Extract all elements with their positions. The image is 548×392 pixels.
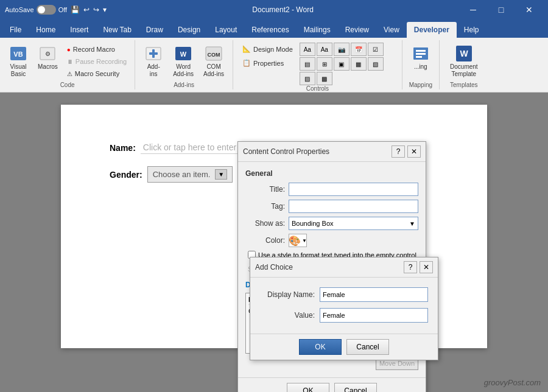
control-btn-1[interactable]: Aa bbox=[300, 43, 315, 56]
macro-security-button[interactable]: ⚠ Macro Security bbox=[64, 68, 130, 79]
redo-icon[interactable]: ↪ bbox=[93, 5, 99, 14]
control-btn-8[interactable]: ▣ bbox=[334, 57, 350, 71]
minimize-button[interactable]: ─ bbox=[459, 0, 487, 19]
ac-cancel-button[interactable]: Cancel bbox=[346, 339, 389, 355]
customize-icon[interactable]: ▾ bbox=[103, 5, 107, 14]
ribbon-content: VB VisualBasic ⚙ Macros ● Record Macro ⏸… bbox=[0, 38, 548, 93]
svg-text:VB: VB bbox=[13, 51, 23, 58]
controls-icons: Aa Aa 📷 📅 ☑ ▤ ⊞ ▣ ▦ ▧ ▨ ▩ bbox=[300, 41, 397, 85]
ccp-dialog-controls: ? ✕ bbox=[392, 145, 421, 158]
tab-developer[interactable]: Developer bbox=[407, 22, 457, 38]
tab-view[interactable]: View bbox=[376, 22, 407, 38]
com-addins-icon: COM bbox=[204, 44, 223, 63]
code-group-content: VB VisualBasic ⚙ Macros ● Record Macro ⏸… bbox=[5, 40, 130, 82]
ac-dialog-controls: ? ✕ bbox=[404, 261, 433, 273]
control-btn-10[interactable]: ▧ bbox=[368, 57, 384, 71]
mapping-icon bbox=[411, 44, 430, 63]
com-addins-label: COMAdd-ins bbox=[203, 63, 224, 78]
save-icon[interactable]: 💾 bbox=[71, 5, 80, 14]
title-field-input[interactable] bbox=[289, 183, 418, 196]
restore-button[interactable]: □ bbox=[487, 0, 515, 19]
ribbon-group-controls: 📐 Design Mode 📋 Properties Aa Aa 📷 📅 ☑ ▤… bbox=[233, 40, 402, 89]
tab-insert[interactable]: Insert bbox=[63, 22, 96, 38]
ac-dialog-title: Add Choice bbox=[255, 263, 293, 271]
svg-rect-13 bbox=[416, 53, 426, 55]
control-btn-12[interactable]: ▩ bbox=[317, 72, 332, 85]
addins-group-content: Add-ins W WordAdd-ins COM COMAdd-ins bbox=[140, 40, 228, 82]
pause-recording-button[interactable]: ⏸ Pause Recording bbox=[64, 56, 130, 67]
pause-recording-label: Pause Recording bbox=[76, 58, 127, 65]
display-name-input[interactable] bbox=[320, 287, 428, 302]
word-addins-icon: W bbox=[174, 44, 193, 63]
templates-content: W DocumentTemplate bbox=[446, 40, 482, 82]
properties-label: Properties bbox=[253, 60, 284, 67]
ac-ok-button[interactable]: OK bbox=[299, 339, 342, 355]
macros-button[interactable]: ⚙ Macros bbox=[34, 41, 61, 72]
com-addins-button[interactable]: COM COMAdd-ins bbox=[200, 41, 228, 80]
ccp-dialog-title: Content Control Properties bbox=[243, 147, 329, 156]
visual-basic-button[interactable]: VB VisualBasic bbox=[5, 41, 32, 80]
control-btn-6[interactable]: ▤ bbox=[300, 57, 315, 71]
tab-draw[interactable]: Draw bbox=[139, 22, 170, 38]
ac-dialog-body: Display Name: Value: bbox=[250, 278, 438, 334]
macros-icon: ⚙ bbox=[38, 44, 57, 63]
ribbon-group-code: VB VisualBasic ⚙ Macros ● Record Macro ⏸… bbox=[0, 40, 135, 89]
addins-button[interactable]: Add-ins bbox=[140, 41, 167, 80]
templates-group-label: Templates bbox=[450, 82, 478, 89]
ribbon-group-templates: W DocumentTemplate Templates bbox=[440, 40, 488, 89]
tag-row: Tag: bbox=[245, 200, 418, 213]
document-template-button[interactable]: W DocumentTemplate bbox=[446, 41, 482, 80]
tab-layout[interactable]: Layout bbox=[208, 22, 244, 38]
tab-mailings[interactable]: Mailings bbox=[297, 22, 338, 38]
name-label: Name: bbox=[110, 143, 136, 153]
tab-home[interactable]: Home bbox=[29, 22, 63, 38]
macros-label: Macros bbox=[38, 63, 58, 70]
tab-new-tab[interactable]: New Tab bbox=[96, 22, 138, 38]
control-btn-4[interactable]: 📅 bbox=[351, 43, 367, 56]
name-input-placeholder[interactable]: Click or tap here to enter t... bbox=[141, 141, 251, 154]
ccp-ok-button[interactable]: OK bbox=[287, 383, 329, 392]
tab-file[interactable]: File bbox=[2, 22, 29, 38]
word-addins-label: WordAdd-ins bbox=[173, 63, 194, 78]
ribbon-group-mapping: ...ing Mapping bbox=[402, 40, 440, 89]
controls-group-content: 📐 Design Mode 📋 Properties Aa Aa 📷 📅 ☑ ▤… bbox=[238, 40, 397, 85]
mapping-button[interactable]: ...ing bbox=[407, 41, 434, 73]
close-button[interactable]: ✕ bbox=[515, 0, 543, 19]
autosave-toggle[interactable] bbox=[37, 5, 56, 15]
control-btn-11[interactable]: ▨ bbox=[300, 72, 315, 85]
ccp-close-button[interactable]: ✕ bbox=[407, 145, 421, 158]
gender-dropdown[interactable]: Choose an item. ▼ bbox=[147, 166, 233, 183]
ccp-help-button[interactable]: ? bbox=[392, 145, 405, 158]
control-btn-2[interactable]: Aa bbox=[317, 43, 332, 56]
svg-rect-14 bbox=[416, 56, 422, 58]
tab-design[interactable]: Design bbox=[170, 22, 208, 38]
ac-close-button[interactable]: ✕ bbox=[420, 261, 433, 273]
undo-icon[interactable]: ↩ bbox=[83, 5, 90, 14]
document-template-icon: W bbox=[454, 44, 474, 63]
display-name-label: Display Name: bbox=[260, 290, 315, 299]
tab-review[interactable]: Review bbox=[338, 22, 376, 38]
properties-button[interactable]: 📋 Properties bbox=[238, 57, 297, 69]
tab-help[interactable]: Help bbox=[457, 22, 487, 38]
control-btn-9[interactable]: ▦ bbox=[351, 57, 367, 71]
show-as-select[interactable]: Bounding Box ▼ bbox=[289, 217, 418, 230]
word-addins-button[interactable]: W WordAdd-ins bbox=[169, 41, 197, 80]
ccp-cancel-button[interactable]: Cancel bbox=[334, 383, 377, 392]
add-choice-dialog: Add Choice ? ✕ Display Name: Value: OK C bbox=[250, 257, 438, 360]
color-picker-button[interactable]: 🎨 ▼ bbox=[289, 234, 307, 247]
tab-references[interactable]: References bbox=[244, 22, 296, 38]
control-btn-3[interactable]: 📷 bbox=[334, 43, 350, 56]
control-btn-5[interactable]: ☑ bbox=[368, 43, 384, 56]
svg-text:W: W bbox=[180, 51, 187, 58]
record-macro-button[interactable]: ● Record Macro bbox=[64, 44, 130, 55]
value-input[interactable] bbox=[320, 308, 428, 323]
ac-help-button[interactable]: ? bbox=[404, 261, 417, 273]
properties-icon: 📋 bbox=[242, 59, 251, 67]
control-btn-7[interactable]: ⊞ bbox=[317, 57, 332, 71]
tag-field-input[interactable] bbox=[289, 200, 418, 213]
color-dropdown-arrow: ▼ bbox=[302, 238, 307, 243]
dropdown-arrow-btn[interactable]: ▼ bbox=[215, 169, 227, 180]
visual-basic-icon: VB bbox=[9, 44, 28, 63]
show-as-arrow: ▼ bbox=[409, 220, 415, 227]
design-mode-button[interactable]: 📐 Design Mode bbox=[238, 43, 297, 55]
